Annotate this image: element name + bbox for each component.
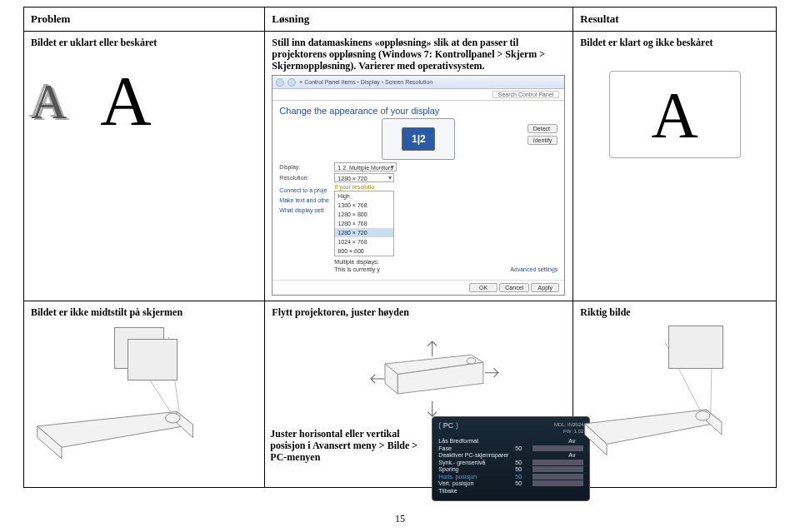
advanced-settings-link[interactable]: Advanced settings	[510, 266, 558, 272]
display-dropdown[interactable]: 1 2. Multiple Monitors	[334, 162, 397, 172]
resolution-dropdown[interactable]: 1280 × 720	[334, 173, 394, 182]
row2-result: Riktig bilde	[580, 306, 769, 319]
ok-button[interactable]: OK	[469, 283, 498, 292]
osd-row-selected: Horis. posisjon50	[438, 474, 583, 480]
detect-button[interactable]: Detect	[528, 124, 558, 133]
osd-title: ( PC )	[438, 421, 458, 435]
resolution-hint: If your resolutio	[334, 184, 394, 190]
header-result: Resultat	[573, 7, 777, 32]
osd-row: Lås BredformatAv	[438, 438, 583, 444]
currently-label: This is currently y	[334, 266, 394, 272]
res-option[interactable]: 1024 × 768	[335, 237, 393, 246]
screen-resolution-window: « Control Panel Items › Display › Screen…	[272, 75, 565, 296]
row1-result: Bildet er klart og ikke beskåret	[580, 37, 769, 49]
blurred-a-icon: A A A	[31, 77, 67, 127]
osd-row: Sporing50	[438, 466, 583, 472]
page-number: 15	[0, 508, 800, 525]
res-option[interactable]: High	[335, 191, 393, 201]
display-settings-link[interactable]: What display sett	[279, 206, 332, 216]
svg-point-0	[165, 413, 180, 423]
osd-row: Deaktiver PC-skjermsparerAv	[438, 452, 583, 458]
row2-problem: Bildet er ikke midtstilt på skjermen	[31, 306, 258, 319]
res-option[interactable]: 1360 × 768	[335, 201, 393, 210]
osd-back: Tilbake	[438, 488, 583, 494]
window-titlebar: « Control Panel Items › Display › Screen…	[272, 76, 564, 89]
resolution-label: Resolution:	[279, 175, 334, 181]
osd-row: Fase50	[438, 445, 583, 451]
osd-pc-menu: ( PC ) MDL: IN3924FW: 1.02 Lås Bredforma…	[432, 416, 590, 501]
res-option[interactable]: 1280 × 768	[335, 219, 393, 228]
adjust-menu-text: Juster horisontal eller vertikal posisjo…	[270, 428, 428, 463]
troubleshooting-table: Problem Løsning Resultat Bildet er uklar…	[23, 7, 777, 488]
osd-row: Vert. posisjon50	[438, 480, 583, 486]
osd-row: Synk.- grensenivå50	[438, 460, 583, 465]
search-field-label[interactable]: Search Control Panel	[492, 91, 560, 98]
connect-projector-link[interactable]: Connect to a proje	[279, 186, 332, 196]
monitor-icon: 1|2	[402, 127, 435, 151]
header-solution: Løsning	[265, 7, 573, 32]
svg-point-4	[696, 411, 710, 420]
breadcrumb-path: « Control Panel Items › Display › Screen…	[299, 79, 432, 85]
nav-back-icon[interactable]	[276, 78, 284, 87]
cancel-button[interactable]: Cancel	[499, 283, 529, 292]
apply-button[interactable]: Apply	[531, 283, 559, 292]
row2-solution: Flytt projektoren, juster høyden	[272, 306, 566, 319]
identify-button[interactable]: Identify	[528, 136, 558, 145]
display-label: Display:	[279, 164, 334, 170]
header-problem: Problem	[24, 7, 265, 32]
blurry-letters-illustration: A A A A	[31, 66, 258, 137]
res-option[interactable]: 1280 × 800	[335, 210, 393, 219]
monitor-preview: 1|2	[382, 118, 455, 160]
row1-problem: Bildet er uklart eller beskåret	[31, 37, 258, 49]
res-option[interactable]: 800 × 600	[335, 246, 393, 256]
cropped-a-icon: A	[100, 66, 151, 137]
clear-a-projection: A	[609, 71, 741, 158]
sidebar-links: Connect to a proje Make text and othe Wh…	[279, 186, 332, 272]
nav-forward-icon[interactable]	[288, 78, 296, 87]
multiple-displays-label: Multiple displays:	[334, 259, 394, 265]
resolution-list[interactable]: High 1360 × 768 1280 × 800 1280 × 768 12…	[334, 191, 394, 256]
svg-point-3	[467, 358, 476, 364]
res-option-selected[interactable]: 1280 × 720	[335, 228, 393, 237]
window-title: Change the appearance of your display	[279, 106, 558, 116]
row1-solution: Still inn datamaskinens «oppløsning» sli…	[272, 37, 566, 72]
misaligned-projector-illustration	[31, 319, 258, 469]
text-size-link[interactable]: Make text and othe	[279, 196, 332, 206]
correct-projector-illustration	[580, 319, 769, 469]
